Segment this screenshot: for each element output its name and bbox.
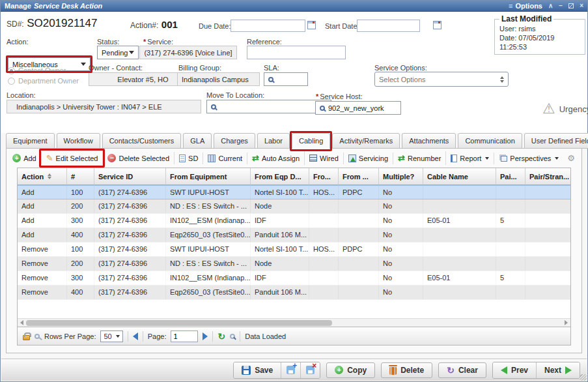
cabling-toolbar: AddEdit SelectedDelete SelectedSDCurrent… — [8, 151, 563, 165]
scroll-right-icon[interactable] — [565, 320, 568, 325]
radio-checked-icon — [8, 67, 15, 74]
tab-labor[interactable]: Labor — [257, 133, 290, 149]
next-page-button[interactable] — [203, 332, 208, 340]
column-header-label: Pair/Stran... — [529, 173, 569, 181]
tab-gla[interactable]: GLA — [183, 133, 212, 149]
calendar-icon[interactable] — [307, 21, 316, 29]
close-button[interactable]: × — [580, 3, 583, 9]
next-button[interactable]: Next — [537, 362, 580, 378]
move-to-location-search-field[interactable] — [206, 100, 331, 113]
column-header-service-id[interactable]: Service ID — [94, 168, 166, 185]
table-row[interactable]: Add300(317) 274-6396IN102__ESM (Indianap… — [18, 214, 571, 228]
tab-attachments[interactable]: Attachments — [402, 133, 456, 149]
horizontal-scrollbar[interactable] — [18, 318, 570, 327]
minimize-button[interactable]: − — [559, 3, 563, 9]
perspectives-button[interactable]: Perspectives — [494, 153, 563, 164]
column-header-from-eqp-d-[interactable]: From Eqp D... — [251, 168, 309, 185]
tab-user-defined-fields[interactable]: User Defined Fields — [524, 133, 588, 149]
due-date-input[interactable] — [231, 20, 305, 32]
start-date-label: Start Date: — [325, 22, 359, 30]
servicing-button[interactable]: Servicing — [344, 153, 393, 164]
service-options-select[interactable]: Select Options — [374, 72, 509, 87]
table-cell — [339, 286, 379, 299]
servicing-icon — [348, 154, 356, 162]
resize-grip[interactable] — [580, 374, 587, 381]
table-row[interactable]: Remove400(317) 274-6396Eqp2650_03 (TestS… — [18, 286, 571, 300]
table-row[interactable]: Add400(317) 274-6396Eqp2650_03 (TestSite… — [18, 228, 571, 242]
calendar-icon[interactable] — [433, 21, 441, 29]
table-row[interactable]: Add100(317) 274-6396SWT IUPUI-HOSTNortel… — [18, 185, 571, 199]
table-row[interactable]: Remove100(317) 274-6396SWT IUPUI-HOSTNor… — [18, 242, 571, 257]
edit-selected-button[interactable]: Edit Selected — [42, 151, 104, 165]
restore-icon[interactable] — [568, 3, 574, 8]
table-row[interactable]: Remove300(317) 274-6396IN102__ESM (India… — [18, 271, 571, 286]
rows-per-page-select[interactable]: 50 — [100, 331, 122, 342]
table-cell: Remove — [18, 242, 67, 256]
clear-button[interactable]: Clear — [438, 362, 486, 378]
reference-input[interactable] — [247, 46, 346, 59]
current-button[interactable]: Current — [203, 153, 247, 164]
delete-button[interactable]: Delete — [381, 362, 432, 378]
save-and-new-button[interactable] — [281, 362, 301, 378]
sla-search-field[interactable] — [264, 72, 308, 86]
sd-button[interactable]: SD — [175, 153, 203, 164]
collapse-button[interactable]: ∧ — [548, 3, 553, 9]
tab-charges[interactable]: Charges — [214, 133, 255, 149]
scroll-left-icon[interactable] — [20, 320, 23, 325]
report-button[interactable]: Report — [446, 153, 494, 164]
delete-selected-button[interactable]: Delete Selected — [103, 152, 175, 164]
service-host-search-field[interactable]: 902_w_new_york — [315, 101, 401, 115]
copy-button[interactable]: Copy — [326, 362, 375, 378]
tab-workflow[interactable]: Workflow — [57, 133, 100, 149]
sort-icon[interactable] — [48, 173, 51, 179]
table-cell: (317) 274-6396 — [94, 257, 166, 271]
key-icon[interactable] — [35, 334, 40, 339]
column-header-pai-[interactable]: Pai... — [496, 168, 525, 185]
column-header-fro-[interactable]: Fro... — [309, 168, 339, 185]
column-header-from-[interactable]: From ... — [339, 168, 379, 185]
column-header-action[interactable]: Action — [18, 168, 67, 185]
table-cell — [423, 186, 496, 199]
gear-icon[interactable]: ⚙ — [567, 153, 575, 163]
column-header-multiple-[interactable]: Multiple? — [379, 168, 423, 185]
scrollbar-thumb[interactable] — [26, 320, 332, 326]
wired-button[interactable]: Wired — [305, 153, 344, 164]
table-cell: Add — [18, 186, 67, 199]
column-header-pair-stran-[interactable]: Pair/Stran... — [525, 168, 571, 185]
search-icon[interactable] — [230, 334, 235, 339]
table-cell: Nortel SI-100 T... — [251, 186, 309, 199]
add-button[interactable]: Add — [8, 152, 42, 164]
next-label: Next — [544, 366, 561, 375]
toolbar-button-label: Report — [460, 154, 481, 162]
table-row[interactable]: Remove200(317) 274-6396ND : ES : ES Swit… — [18, 257, 571, 271]
contact-owner-radio[interactable]: Contact Owner — [8, 66, 66, 74]
last-modified-box: Last Modified User: rsims Date: 07/05/20… — [494, 14, 585, 55]
tab-cabling[interactable]: Cabling — [292, 133, 330, 149]
page-input[interactable] — [171, 331, 198, 342]
location-label: Location: — [7, 91, 36, 99]
prev-button[interactable]: Prev — [493, 362, 537, 378]
refresh-icon[interactable] — [217, 331, 225, 342]
auto-assign-button[interactable]: Auto Assign — [247, 151, 305, 165]
service-label: *Service: — [143, 38, 173, 46]
column-header-from-equipment[interactable]: From Equipment — [166, 168, 251, 185]
column-header-label: # — [71, 173, 75, 181]
status-select[interactable]: Pending — [97, 46, 139, 59]
renumber-button[interactable]: Renumber — [393, 151, 446, 165]
tab-communication[interactable]: Communication — [458, 133, 522, 149]
table-row[interactable]: Add200(317) 274-6396ND : ES : ES Switch … — [18, 199, 571, 214]
urgency-indicator[interactable]: ⚠ Urgency — [542, 102, 588, 116]
department-owner-radio[interactable]: Department Owner — [8, 77, 79, 85]
column-header-cable-name[interactable]: Cable Name — [423, 168, 496, 185]
tab-contacts-customers[interactable]: Contacts/Customers — [102, 133, 182, 149]
previous-page-button[interactable] — [133, 332, 138, 340]
service-options-label: Service Options: — [374, 64, 427, 72]
options-menu[interactable]: ≡ Options — [509, 2, 542, 10]
lock-icon[interactable] — [23, 335, 30, 340]
tab-equipment[interactable]: Equipment — [6, 133, 55, 149]
start-date-input[interactable] — [357, 20, 420, 32]
save-and-close-button[interactable] — [301, 362, 320, 378]
column-header--[interactable]: # — [67, 168, 94, 185]
save-button[interactable]: Save — [234, 362, 281, 378]
tab-activity-remarks[interactable]: Activity/Remarks — [332, 133, 400, 149]
